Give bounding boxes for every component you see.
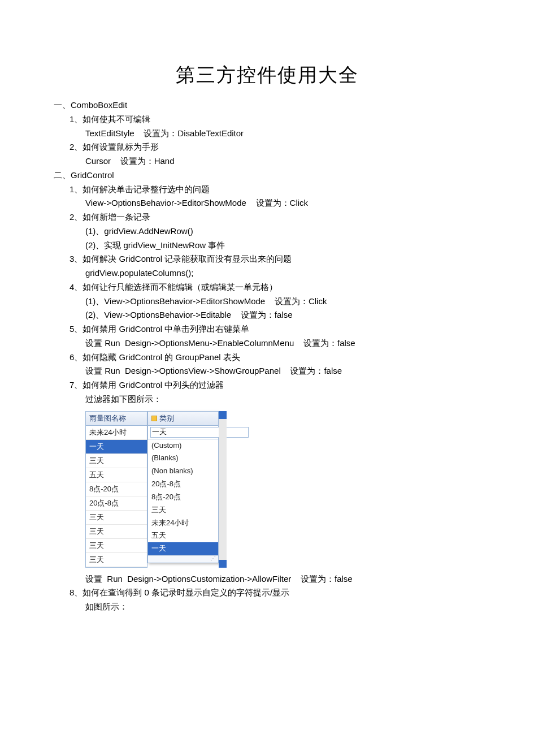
text-line: (1)、View->OptionsBehavior->EditorShowMod…	[54, 295, 480, 309]
filter-option[interactable]: 未来24小时	[148, 517, 218, 530]
text-line: 5、如何禁用 GridControl 中单击列弹出右键菜单	[54, 322, 480, 336]
text-line: (1)、gridView.AddNewRow()	[54, 224, 480, 239]
table-row[interactable]: 一天	[86, 440, 147, 454]
table-row[interactable]: 三天	[86, 525, 147, 539]
grid-header-right[interactable]: 类别	[148, 412, 218, 426]
text-line: 过滤器如下图所示：	[54, 392, 480, 407]
content-after: 设置 Run Design->OptionsCustomization->All…	[54, 572, 480, 614]
text-line: TextEditStyle 设置为：DisableTextEditor	[54, 127, 480, 141]
text-line: 8、如何在查询得到 0 条记录时显示自定义的字符提示/显示	[54, 586, 480, 600]
filter-option[interactable]: (Blanks)	[148, 452, 218, 465]
page-title: 第三方控件使用大全	[54, 62, 480, 88]
filter-option[interactable]: 一天	[148, 542, 218, 555]
content-body: 一、ComboBoxEdit1、如何使其不可编辑TextEditStyle 设置…	[54, 98, 480, 407]
table-row[interactable]: 三天	[86, 511, 147, 525]
filter-option[interactable]: 三天	[148, 504, 218, 517]
filter-icon	[151, 416, 157, 421]
text-line: 一、ComboBoxEdit	[54, 98, 480, 113]
column-header-label: 雨量图名称	[89, 413, 126, 424]
filter-input-row	[148, 426, 218, 439]
scroll-up-button[interactable]	[219, 411, 227, 419]
text-line: 7、如何禁用 GridControl 中列头的过滤器	[54, 378, 480, 392]
text-line: 设置 Run Design->OptionsMenu->EnableColumn…	[54, 336, 480, 351]
scrollbar[interactable]	[219, 411, 227, 568]
document-page: 第三方控件使用大全 一、ComboBoxEdit1、如何使其不可编辑TextEd…	[0, 0, 534, 648]
filter-option[interactable]: (Non blanks)	[148, 465, 218, 478]
filter-screenshot: 雨量图名称 未来24小时一天三天五天8点-20点20点-8点三天三天三天三天 类…	[85, 411, 238, 568]
grid-right-wrap: 类别 (Custom)(Blanks)(Non blanks)20点-8点8点-…	[147, 411, 219, 568]
table-row[interactable]: 五天	[86, 468, 147, 482]
text-line: 二、GridControl	[54, 169, 480, 183]
column-header-label: 类别	[159, 413, 174, 424]
text-line: (2)、View->OptionsBehavior->Editable 设置为：…	[54, 308, 480, 322]
text-line: 设置 Run Design->OptionsView->ShowGroupPan…	[54, 364, 480, 378]
filter-option[interactable]: 8点-20点	[148, 491, 218, 504]
filter-list[interactable]: (Custom)(Blanks)(Non blanks)20点-8点8点-20点…	[148, 439, 218, 556]
table-row[interactable]: 未来24小时	[86, 426, 147, 440]
filter-option[interactable]: 五天	[148, 529, 218, 542]
text-line: 如图所示：	[54, 600, 480, 614]
table-row[interactable]: 三天	[86, 553, 147, 567]
text-line: 2、如何设置鼠标为手形	[54, 140, 480, 154]
text-line: 1、如何使其不可编辑	[54, 113, 480, 127]
table-row[interactable]: 20点-8点	[86, 496, 147, 511]
scroll-down-button[interactable]	[219, 560, 227, 568]
text-line: 1、如何解决单击记录整行选中的问题	[54, 183, 480, 197]
grid-left-column: 雨量图名称 未来24小时一天三天五天8点-20点20点-8点三天三天三天三天	[85, 411, 147, 568]
filter-input[interactable]	[150, 427, 249, 438]
scroll-track[interactable]	[219, 419, 227, 560]
filter-option[interactable]: (Custom)	[148, 439, 218, 452]
filter-option[interactable]: 20点-8点	[148, 478, 218, 491]
filter-dropdown[interactable]: 类别 (Custom)(Blanks)(Non blanks)20点-8点8点-…	[147, 411, 219, 564]
grid-header-left[interactable]: 雨量图名称	[86, 412, 147, 426]
resize-grip[interactable]: ⋰	[148, 555, 218, 563]
text-line: 2、如何新增一条记录	[54, 210, 480, 224]
text-line: 6、如何隐藏 GridControl 的 GroupPanel 表头	[54, 351, 480, 365]
text-line: 3、如何解决 GridControl 记录能获取而没有显示出来的问题	[54, 252, 480, 266]
text-line: 设置 Run Design->OptionsCustomization->All…	[54, 572, 480, 586]
text-line: gridView.populateColumns();	[54, 266, 480, 280]
table-row[interactable]: 三天	[86, 539, 147, 553]
text-line: View->OptionsBehavior->EditorShowMode 设置…	[54, 196, 480, 210]
table-row[interactable]: 三天	[86, 454, 147, 468]
text-line: Cursor 设置为：Hand	[54, 154, 480, 169]
text-line: 4、如何让行只能选择而不能编辑（或编辑某一单元格）	[54, 280, 480, 295]
text-line: (2)、实现 gridView_InitNewRow 事件	[54, 239, 480, 253]
table-row[interactable]: 8点-20点	[86, 482, 147, 496]
